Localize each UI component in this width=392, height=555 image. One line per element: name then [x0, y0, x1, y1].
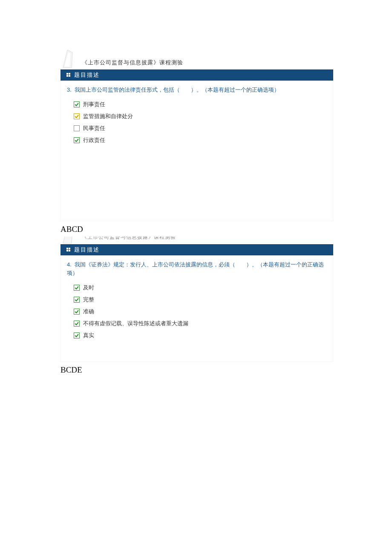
answer-text: BCDE [61, 365, 333, 375]
option-label: 民事责任 [83, 124, 105, 132]
options-list: 及时 完整 准确 不得有虚假记载、误导性陈述或者重大遗漏 真实 [63, 282, 333, 341]
answer-line: BCDE [61, 365, 333, 375]
course-header: 《上市公司监督与信息披露》课程测验 [61, 49, 333, 69]
question-stem: 我国《证券法》规定：发行人、上市公司依法披露的信息，必须（ ）。（本题有超过一个… [67, 261, 324, 276]
svg-rect-7 [69, 250, 70, 251]
checkbox-icon[interactable] [74, 309, 80, 315]
option-row: 准确 [74, 306, 333, 318]
option-row: 真实 [74, 330, 333, 341]
option-label: 准确 [83, 308, 94, 315]
option-row: 刑事责任 [74, 98, 333, 110]
question-number: 4. [67, 260, 73, 269]
checkbox-icon[interactable] [74, 332, 80, 338]
section-bar: 题目描述 [61, 69, 333, 81]
option-label: 真实 [83, 332, 94, 339]
section-bar: 题目描述 [61, 244, 333, 255]
section-bullet-icon [66, 248, 71, 252]
svg-rect-0 [66, 73, 68, 75]
option-row: 不得有虚假记载、误导性陈述或者重大遗漏 [74, 318, 333, 330]
section-bullet-icon [66, 73, 71, 77]
checkbox-icon[interactable] [74, 321, 80, 327]
option-row: 及时 [74, 282, 333, 294]
option-row: 民事责任 [74, 122, 333, 134]
answer-line: ABCD [61, 225, 333, 234]
question-stem: 我国上市公司监管的法律责任形式，包括（ ）。（本题有超过一个的正确选项） [75, 87, 280, 93]
checkbox-icon[interactable] [74, 113, 80, 119]
question-text: 4. 我国《证券法》规定：发行人、上市公司依法披露的信息，必须（ ）。（本题有超… [63, 260, 333, 282]
question-text: 3. 我国上市公司监管的法律责任形式，包括（ ）。（本题有超过一个的正确选项） [63, 85, 333, 98]
checkbox-icon[interactable] [74, 285, 80, 291]
corner-deco-icon [61, 237, 80, 244]
corner-deco-icon [60, 48, 80, 69]
svg-rect-6 [66, 250, 68, 251]
option-label: 完整 [83, 296, 94, 304]
option-label: 刑事责任 [83, 101, 105, 108]
option-row: 行政责任 [74, 134, 333, 146]
option-label: 监管措施和自律处分 [83, 113, 133, 120]
course-title-cut: 《上市公司监督与信息披露》课程测验 [82, 237, 176, 241]
question-block-4: 《上市公司监督与信息披露》课程测验 题目描述 4. 我国《证券法》规定：发行人、… [61, 237, 333, 362]
question-content: 4. 我国《证券法》规定：发行人、上市公司依法披露的信息，必须（ ）。（本题有超… [61, 255, 333, 362]
svg-rect-4 [66, 248, 68, 249]
options-list: 刑事责任 监管措施和自律处分 民事责任 行政责任 [63, 98, 333, 146]
section-label: 题目描述 [74, 71, 100, 79]
page: 《上市公司监督与信息披露》课程测验 题目描述 3. 我国上市公司监管的法律责任形… [0, 0, 392, 375]
option-row: 完整 [74, 294, 333, 306]
svg-rect-5 [69, 248, 70, 249]
checkbox-icon[interactable] [74, 125, 80, 131]
course-title: 《上市公司监督与信息披露》课程测验 [82, 59, 183, 66]
option-label: 行政责任 [83, 136, 105, 144]
section-label: 题目描述 [74, 246, 100, 254]
course-header-cut: 《上市公司监督与信息披露》课程测验 [61, 237, 333, 244]
svg-rect-3 [69, 75, 70, 77]
checkbox-icon[interactable] [74, 101, 80, 107]
question-content: 3. 我国上市公司监管的法律责任形式，包括（ ）。（本题有超过一个的正确选项） … [61, 81, 333, 221]
svg-rect-2 [66, 75, 68, 77]
checkbox-icon[interactable] [74, 137, 80, 143]
answer-text: ABCD [61, 225, 333, 234]
option-row: 监管措施和自律处分 [74, 110, 333, 122]
svg-rect-1 [69, 73, 70, 75]
checkbox-icon[interactable] [74, 297, 80, 303]
option-label: 及时 [83, 284, 94, 292]
option-label: 不得有虚假记载、误导性陈述或者重大遗漏 [83, 320, 188, 327]
question-number: 3. [67, 86, 73, 94]
question-block-3: 《上市公司监督与信息披露》课程测验 题目描述 3. 我国上市公司监管的法律责任形… [61, 49, 333, 221]
